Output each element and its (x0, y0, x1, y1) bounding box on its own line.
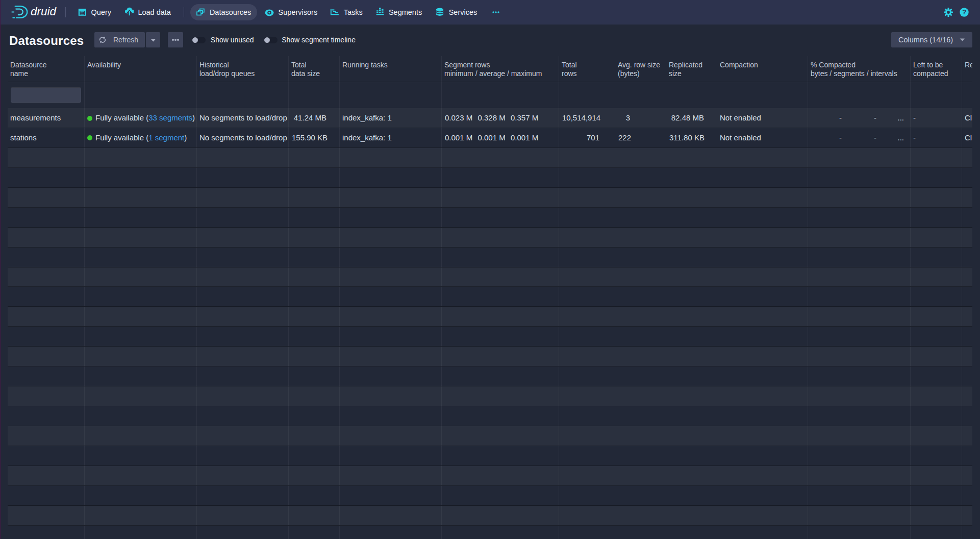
svg-text:?: ? (962, 8, 966, 16)
